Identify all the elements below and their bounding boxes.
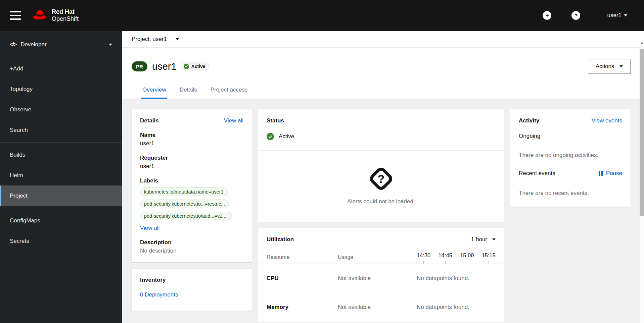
duration-dropdown-label: 1 hour xyxy=(471,236,487,243)
chevron-down-icon xyxy=(619,65,623,67)
utilization-card-title: Utilization xyxy=(267,236,294,243)
duration-dropdown[interactable]: 1 hour xyxy=(471,236,496,243)
usage-value: Not available xyxy=(338,275,417,282)
actions-button[interactable]: Actions xyxy=(588,59,631,74)
label-pill[interactable]: pod-security.kubernetes.io...=restric... xyxy=(140,200,229,208)
sidebar-divider xyxy=(0,142,122,143)
time-tick: 15:15 xyxy=(482,252,496,264)
alerts-empty-state: ? Alerts could not be loaded. xyxy=(258,151,504,222)
activity-card-title: Activity xyxy=(519,117,539,124)
sidebar-item-label: Project xyxy=(10,193,28,199)
label-pill[interactable]: pod-security.kubernetes.io/aud...=v1.... xyxy=(140,212,232,220)
sidebar-item-label: Builds xyxy=(10,152,25,158)
page-title: user1 xyxy=(152,61,177,72)
description-value: No description xyxy=(140,248,243,254)
deployments-link[interactable]: 0 Deployments xyxy=(140,291,178,298)
alerts-message: Alerts could not be loaded. xyxy=(267,198,496,205)
main-area: Project: user1 PR user1 Active Actions O… xyxy=(122,31,644,323)
details-card: Details View all Name user1 Requester us… xyxy=(132,109,252,262)
tab-details[interactable]: Details xyxy=(179,82,198,99)
name-value: user1 xyxy=(140,140,243,147)
project-selector-label[interactable]: Project: user1 xyxy=(132,36,167,43)
time-tick: 15:00 xyxy=(460,252,474,264)
status-card: Status Active ? Alerts could not be load… xyxy=(258,109,504,222)
tab-bar: Overview Details Project access xyxy=(132,82,631,99)
help-question-circle-icon[interactable]: ? xyxy=(571,11,580,20)
sidebar-item-label: Topology xyxy=(10,86,33,93)
pause-icon xyxy=(599,171,603,176)
overview-dashboard: Details View all Name user1 Requester us… xyxy=(122,99,644,323)
sidebar-item-label: Helm xyxy=(10,172,23,179)
scrollbar-thumb[interactable] xyxy=(640,49,644,216)
sidebar-item-label: +Add xyxy=(10,65,23,72)
status-badge-label: Active xyxy=(191,64,205,69)
sidebar-item-label: ConfigMaps xyxy=(10,217,40,224)
user-menu-label: user1 xyxy=(607,12,622,19)
utilization-header-row: Resource Usage 14:30 14:45 15:00 15:15 xyxy=(267,252,496,264)
sidebar-item-label: Search xyxy=(10,127,28,133)
perspective-switcher[interactable]: </> Developer xyxy=(0,31,122,58)
user-menu[interactable]: user1 xyxy=(607,12,627,19)
activity-card: Activity View events Ongoing There are n… xyxy=(510,109,631,207)
description-label: Description xyxy=(140,239,243,246)
project-resource-badge: PR xyxy=(132,61,147,71)
usage-value: Not available xyxy=(338,304,417,311)
nav-toggle-hamburger-icon[interactable] xyxy=(10,11,21,20)
brand-name: Red Hat xyxy=(52,8,79,15)
middle-column: Status Active ? Alerts could not be load… xyxy=(258,109,504,322)
inventory-card: Inventory 0 Deployments xyxy=(132,269,252,311)
chevron-down-icon[interactable] xyxy=(176,38,179,40)
utilization-row-memory: Memory Not available No datapoints found… xyxy=(267,293,496,322)
sidebar-item-topology[interactable]: Topology xyxy=(0,79,122,99)
left-column: Details View all Name user1 Requester us… xyxy=(132,109,252,311)
labels-label: Labels xyxy=(140,177,243,184)
datapoints-message: No datapoints found. xyxy=(417,275,496,282)
utilization-card: Utilization 1 hour Resource Usage 14:30 … xyxy=(258,228,504,322)
name-label: Name xyxy=(140,132,243,139)
chevron-down-icon xyxy=(492,238,496,240)
status-value: Active xyxy=(279,133,294,140)
time-tick: 14:30 xyxy=(417,252,430,264)
add-plus-circle-icon[interactable]: + xyxy=(543,11,551,20)
brand-product: OpenShift xyxy=(52,15,79,22)
ongoing-empty-message: There are no ongoing activities. xyxy=(510,145,631,165)
utilization-row-cpu: CPU Not available No datapoints found. xyxy=(267,264,496,293)
sidebar-item-builds[interactable]: Builds xyxy=(0,145,122,165)
status-card-title: Status xyxy=(267,117,284,124)
tab-overview[interactable]: Overview xyxy=(141,82,167,99)
sidebar-item-search[interactable]: Search xyxy=(0,120,122,140)
vertical-scrollbar[interactable] xyxy=(640,40,644,323)
labels-view-all-link[interactable]: View all xyxy=(140,225,159,231)
tab-project-access[interactable]: Project access xyxy=(210,82,249,99)
sidebar-item-secrets[interactable]: Secrets xyxy=(0,231,122,251)
check-circle-icon xyxy=(267,133,274,140)
pause-button-label: Pause xyxy=(606,170,622,177)
masthead: Red Hat OpenShift + ? user1 xyxy=(0,0,644,31)
sidebar-item-observe[interactable]: Observe xyxy=(0,99,122,120)
label-pill[interactable]: kubernetes.io/metadata.name=user1 xyxy=(140,187,228,196)
sidebar-item-label: Observe xyxy=(10,106,31,113)
scroll-up-arrow-icon[interactable] xyxy=(641,42,643,44)
details-view-all-link[interactable]: View all xyxy=(224,117,243,124)
status-badge: Active xyxy=(181,62,210,71)
sidebar-item-helm[interactable]: Helm xyxy=(0,165,122,185)
view-events-link[interactable]: View events xyxy=(592,117,622,124)
ongoing-heading: Ongoing xyxy=(510,124,631,145)
requester-value: user1 xyxy=(140,163,243,170)
page-header: PR user1 Active Actions Overview Details… xyxy=(122,48,644,99)
resource-column-header: Resource xyxy=(267,254,338,264)
time-axis: 14:30 14:45 15:00 15:15 xyxy=(417,252,496,264)
inventory-card-title: Inventory xyxy=(140,277,166,283)
sidebar-item-add[interactable]: +Add xyxy=(0,58,122,79)
resource-name: CPU xyxy=(267,275,338,282)
sidebar-item-project[interactable]: Project xyxy=(0,185,122,206)
sidebar-item-label: Secrets xyxy=(10,238,29,245)
sidebar-divider xyxy=(0,208,122,208)
sidebar-item-configmaps[interactable]: ConfigMaps xyxy=(0,210,122,231)
pause-events-button[interactable]: Pause xyxy=(599,170,622,177)
brand-logo: Red Hat OpenShift xyxy=(31,8,79,23)
project-selector-bar: Project: user1 xyxy=(122,31,644,48)
sidebar-nav: </> Developer +Add Topology Observe Sear… xyxy=(0,31,122,323)
recent-events-heading: Recent events xyxy=(519,170,555,177)
datapoints-message: No datapoints found. xyxy=(417,304,496,311)
